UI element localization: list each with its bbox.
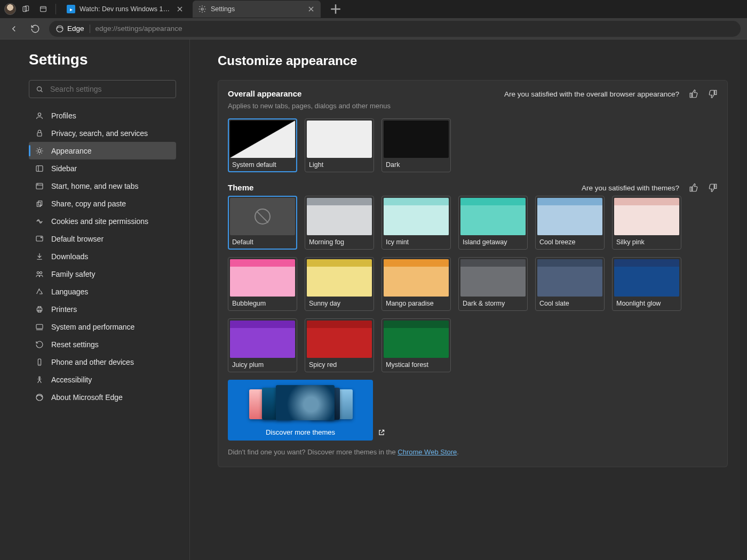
back-button[interactable]: [6, 21, 21, 36]
sidebar-item-family-safety[interactable]: Family safety: [29, 265, 176, 283]
sidebar-item-label: Downloads: [51, 252, 88, 261]
tile-label: Dark: [384, 161, 449, 169]
sidebar-item-label: Phone and other devices: [51, 358, 134, 366]
theme-juicy-plum[interactable]: Juicy plum: [228, 318, 297, 372]
preview: [614, 259, 679, 297]
preview: [460, 259, 526, 297]
sidebar-item-printers[interactable]: Printers: [29, 300, 176, 318]
svg-rect-2: [41, 6, 46, 11]
sidebar-item-label: Profiles: [51, 111, 76, 120]
sidebar-item-sidebar[interactable]: Sidebar: [29, 159, 176, 177]
sidebar-item-reset-settings[interactable]: Reset settings: [29, 335, 176, 353]
preview: [230, 198, 295, 235]
svg-rect-34: [36, 324, 43, 329]
preview: [384, 198, 449, 235]
preview: [384, 259, 449, 297]
svg-point-29: [37, 271, 39, 274]
sidebar-item-label: System and performance: [51, 323, 134, 331]
sidebar-item-default-browser[interactable]: Default browser: [29, 230, 176, 247]
sidebar-item-label: Cookies and site permissions: [51, 217, 148, 226]
theme-mystical-forest[interactable]: Mystical forest: [382, 318, 451, 372]
theme-spicy-red[interactable]: Spicy red: [305, 318, 374, 372]
svg-line-26: [41, 221, 42, 222]
sidebar-item-accessibility[interactable]: Accessibility: [29, 371, 176, 388]
tab-active-settings[interactable]: Settings: [193, 1, 321, 18]
divider: [55, 4, 56, 14]
tile-label: Light: [307, 161, 372, 169]
svg-point-14: [38, 113, 41, 115]
sidebar-item-label: Appearance: [51, 147, 92, 155]
thumbs-up-icon[interactable]: [689, 183, 698, 193]
sidebar-item-cookies-and-site-permissions[interactable]: Cookies and site permissions: [29, 212, 176, 230]
svg-rect-31: [37, 308, 42, 311]
tile-label: Morning fog: [307, 238, 372, 246]
sidebar-item-profiles[interactable]: Profiles: [29, 107, 176, 124]
thumbs-down-icon[interactable]: [708, 89, 718, 99]
thumbs-down-icon[interactable]: [708, 183, 718, 193]
tile-label: Island getaway: [460, 238, 526, 246]
preview: [537, 198, 602, 235]
tile-label: Mystical forest: [384, 361, 449, 369]
svg-rect-17: [36, 165, 43, 171]
theme-cool-slate[interactable]: Cool slate: [535, 257, 605, 311]
feedback-row: Are you satisfied with the overall brows…: [504, 89, 718, 99]
sidebar-item-label: Privacy, search, and services: [51, 129, 148, 138]
svg-rect-15: [37, 132, 42, 136]
profile-avatar[interactable]: [4, 3, 16, 15]
svg-point-21: [37, 183, 38, 184]
workspaces-icon[interactable]: [19, 2, 33, 16]
tile-label: Default: [230, 238, 295, 246]
appearance-option-dark[interactable]: Dark: [382, 118, 451, 172]
preview: [230, 321, 295, 358]
tab-inactive[interactable]: ▸ Watch: Dev runs Windows 11 AR: [61, 1, 189, 18]
discover-more-themes[interactable]: Discover more themes: [228, 380, 373, 441]
sidebar-item-about-microsoft-edge[interactable]: About Microsoft Edge: [29, 388, 176, 406]
preview: [307, 121, 372, 158]
sidebar-item-downloads[interactable]: Downloads: [29, 247, 176, 265]
search-input[interactable]: [50, 85, 169, 93]
theme-morning-fog[interactable]: Morning fog: [305, 196, 374, 250]
sidebar-item-phone-and-other-devices[interactable]: Phone and other devices: [29, 353, 176, 371]
close-icon[interactable]: [176, 5, 184, 13]
omnibox[interactable]: Edge edge://settings/appearance: [49, 21, 741, 37]
sidebar-item-share-copy-and-paste[interactable]: Share, copy and paste: [29, 195, 176, 212]
tab-actions-icon[interactable]: [36, 2, 50, 16]
sidebar-item-appearance[interactable]: Appearance: [29, 142, 176, 159]
theme-icy-mint[interactable]: Icy mint: [382, 196, 451, 250]
appearance-option-system-default[interactable]: System default: [228, 118, 297, 172]
thumbs-up-icon[interactable]: [689, 89, 698, 99]
site-identity[interactable]: Edge: [55, 25, 90, 33]
new-tab-button[interactable]: [328, 2, 343, 17]
chrome-web-store-link[interactable]: Chrome Web Store: [398, 448, 457, 456]
sidebar-item-privacy-search-and-services[interactable]: Privacy, search, and services: [29, 124, 176, 142]
theme-sunny-day[interactable]: Sunny day: [305, 257, 374, 311]
theme-moonlight-glow[interactable]: Moonlight glow: [612, 257, 681, 311]
close-icon[interactable]: [307, 5, 315, 13]
sidebar-item-system-and-performance[interactable]: System and performance: [29, 318, 176, 335]
svg-rect-32: [38, 306, 41, 308]
theme-cool-breeze[interactable]: Cool breeze: [535, 196, 605, 250]
theme-island-getaway[interactable]: Island getaway: [458, 196, 528, 250]
tile-label: Icy mint: [384, 238, 449, 246]
tile-label: Mango paradise: [384, 300, 449, 307]
theme-mango-paradise[interactable]: Mango paradise: [382, 257, 451, 311]
nav-icon: [35, 164, 44, 173]
settings-page: Settings ProfilesPrivacy, search, and se…: [0, 39, 747, 560]
footer-note: Didn't find one you want? Discover more …: [228, 448, 718, 456]
appearance-option-light[interactable]: Light: [305, 118, 374, 172]
sidebar-item-languages[interactable]: Languages: [29, 283, 176, 300]
nav-icon: [35, 147, 44, 155]
sidebar-item-label: Reset settings: [51, 340, 99, 349]
external-link-icon: [378, 429, 385, 436]
sidebar-item-label: Languages: [51, 287, 88, 296]
theme-bubblegum[interactable]: Bubblegum: [228, 257, 297, 311]
theme-silky-pink[interactable]: Silky pink: [612, 196, 681, 250]
search-settings[interactable]: [29, 80, 176, 98]
sidebar-item-label: Family safety: [51, 270, 95, 278]
svg-rect-27: [36, 236, 43, 241]
sidebar-item-start-home-and-new-tabs[interactable]: Start, home, and new tabs: [29, 177, 176, 195]
theme-dark-stormy[interactable]: Dark & stormy: [458, 257, 528, 311]
refresh-button[interactable]: [28, 21, 43, 36]
nav-icon: [35, 270, 44, 278]
theme-default[interactable]: Default: [228, 196, 297, 250]
